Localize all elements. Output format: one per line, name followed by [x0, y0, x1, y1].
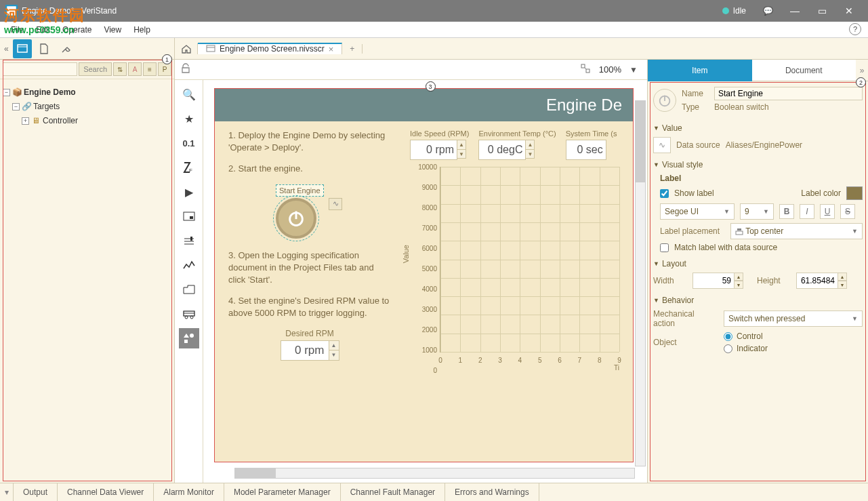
spin-up-icon[interactable]: ▲: [329, 341, 339, 350]
tree-root[interactable]: − 📦 Engine Demo: [3, 87, 171, 98]
properties-panel: 2 Item Document » Name TypeBoolean switc…: [647, 60, 868, 483]
tools-button[interactable]: [56, 39, 75, 58]
menu-operate[interactable]: Operate: [57, 24, 97, 36]
title-bar: Engine Demo* - VeriStand Idle 💬 — ▭ ✕: [0, 0, 868, 22]
value-chart: Value 0123456789 Ti 01000200030004000500…: [410, 167, 619, 370]
strike-button[interactable]: S: [840, 204, 855, 219]
search-tool-icon[interactable]: 🔍: [179, 84, 199, 104]
slider-tool-icon[interactable]: [179, 231, 199, 251]
match-label-checkbox[interactable]: [660, 243, 669, 252]
filter-alpha-icon[interactable]: A: [128, 62, 142, 76]
filter-tree-icon[interactable]: ⇅: [113, 62, 127, 76]
datasource-icon[interactable]: ∿: [653, 137, 671, 153]
screen-title: Engine De: [215, 89, 633, 121]
close-button[interactable]: ✕: [835, 3, 863, 19]
desired-rpm-input[interactable]: ▲▼: [281, 340, 339, 361]
signal-binding-icon[interactable]: ∿: [329, 198, 342, 210]
svg-marker-19: [184, 334, 189, 338]
section-visual[interactable]: ▼Visual style: [653, 160, 863, 169]
tab-document[interactable]: Document: [752, 60, 856, 81]
filter-p-icon[interactable]: P: [158, 62, 171, 76]
mech-action-select[interactable]: Switch when pressed▼: [724, 310, 863, 327]
canvas-vscroll[interactable]: [635, 100, 646, 466]
idle-speed-gauge: Idle Speed (RPM) ▲▼: [410, 129, 469, 160]
section-layout[interactable]: ▼Layout: [653, 259, 863, 268]
filter-list-icon[interactable]: ≡: [143, 62, 157, 76]
tab-alarm-monitor[interactable]: Alarm Monitor: [154, 483, 224, 501]
star-tool-icon[interactable]: ★: [179, 108, 199, 129]
tab-output[interactable]: Output: [14, 483, 58, 501]
boolean-tool-icon[interactable]: F: [179, 157, 199, 178]
fit-button[interactable]: [576, 62, 595, 77]
shapes-tool-icon[interactable]: [179, 328, 199, 348]
search-row: Search ⇅ A ≡ P: [0, 60, 174, 79]
tab-item[interactable]: Item: [648, 60, 752, 81]
home-tab[interactable]: [175, 43, 198, 54]
spin-down-icon[interactable]: ▼: [329, 350, 339, 360]
container-tool-icon[interactable]: [179, 206, 199, 226]
show-label-checkbox[interactable]: [660, 189, 669, 198]
window-title: Engine Demo* - VeriStand: [22, 6, 722, 16]
bold-button[interactable]: B: [779, 204, 794, 219]
height-input[interactable]: ▲▼: [796, 273, 847, 289]
system-explorer-button[interactable]: [13, 39, 32, 58]
screen-tab[interactable]: Engine Demo Screen.nivsscr ×: [198, 43, 342, 54]
tree-controller[interactable]: + 🖥 Controller: [3, 115, 171, 126]
collapse-left-icon[interactable]: «: [3, 44, 10, 54]
lock-icon[interactable]: [180, 63, 191, 76]
italic-button[interactable]: I: [800, 204, 814, 219]
menu-view[interactable]: View: [98, 24, 127, 36]
bottom-expand-icon[interactable]: ▾: [0, 483, 14, 501]
tree-targets[interactable]: − 🔗 Targets: [3, 101, 171, 112]
width-input[interactable]: ▲▼: [693, 273, 743, 289]
font-size-select[interactable]: 9▼: [740, 203, 774, 220]
tab-tool-icon[interactable]: [179, 279, 199, 300]
menu-edit[interactable]: Edit: [30, 24, 56, 36]
screen-tab-label: Engine Demo Screen.nivsscr: [220, 44, 325, 54]
numeric-tool-icon[interactable]: 0.1: [179, 133, 199, 153]
zoom-dropdown-icon[interactable]: ▼: [625, 64, 642, 76]
tab-channel-data-viewer[interactable]: Channel Data Viewer: [58, 483, 154, 501]
desired-rpm-label: Desired RPM: [228, 328, 391, 339]
control-radio[interactable]: [724, 332, 732, 341]
underline-button[interactable]: U: [820, 204, 835, 219]
svg-rect-6: [581, 64, 585, 68]
indicator-radio[interactable]: [724, 344, 732, 353]
start-engine-button[interactable]: [276, 198, 316, 239]
close-tab-icon[interactable]: ×: [329, 44, 334, 54]
canvas-hscroll[interactable]: [234, 468, 635, 479]
svg-rect-2: [18, 45, 27, 52]
project-tree: − 📦 Engine Demo − 🔗 Targets + 🖥 Controll…: [0, 79, 174, 134]
play-tool-icon[interactable]: ▶: [179, 182, 199, 202]
menu-file[interactable]: File: [5, 24, 29, 36]
label-color-well[interactable]: [846, 186, 863, 200]
files-button[interactable]: [35, 39, 54, 58]
placement-select[interactable]: Top center ▼: [730, 223, 863, 239]
help-icon[interactable]: ?: [849, 23, 861, 35]
minimize-button[interactable]: —: [781, 3, 808, 19]
search-input[interactable]: [3, 62, 77, 76]
package-icon: 📦: [12, 87, 22, 97]
name-input[interactable]: [714, 87, 863, 100]
system-time-gauge: System Time (s: [566, 129, 617, 160]
search-button[interactable]: Search: [79, 62, 112, 76]
tab-model-param-manager[interactable]: Model Parameter Manager: [224, 483, 341, 501]
callout-1: 1: [162, 54, 172, 64]
section-value[interactable]: ▼Value: [653, 123, 863, 133]
center-panel: 100% ▼ 🔍 ★ 0.1 F ▶ 3: [175, 60, 647, 483]
tab-channel-fault-manager[interactable]: Channel Fault Manager: [341, 483, 445, 501]
expand-icon[interactable]: −: [3, 89, 10, 96]
feedback-icon[interactable]: 💬: [754, 6, 781, 16]
add-tab-button[interactable]: +: [342, 44, 363, 54]
vehicle-tool-icon[interactable]: [179, 304, 199, 324]
design-canvas[interactable]: 3 Engine De 1. Deploy the Engine Demo by…: [203, 80, 647, 483]
expand-icon[interactable]: +: [22, 117, 29, 125]
font-select[interactable]: Segoe UI▼: [660, 203, 735, 220]
tab-errors-warnings[interactable]: Errors and Warnings: [445, 483, 539, 501]
section-behavior[interactable]: ▼Behavior: [653, 296, 863, 305]
menu-help[interactable]: Help: [128, 24, 156, 36]
power-icon: [287, 209, 306, 228]
graph-tool-icon[interactable]: [179, 255, 199, 275]
expand-icon[interactable]: −: [12, 103, 20, 111]
maximize-button[interactable]: ▭: [808, 3, 835, 19]
